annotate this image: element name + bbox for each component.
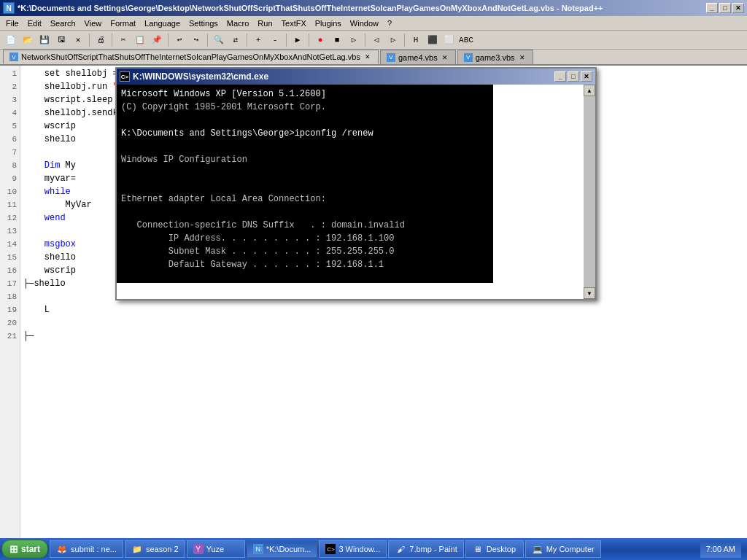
replace-button[interactable]: ⇄ bbox=[228, 32, 244, 48]
misc-btn1[interactable]: H bbox=[408, 32, 424, 48]
redo-button[interactable]: ↪ bbox=[188, 32, 204, 48]
taskbar: ⊞ start 🦊 submit : ne... 📁 season 2 Y Yu… bbox=[0, 538, 747, 560]
tab-close-game3[interactable]: ✕ bbox=[518, 54, 527, 61]
run-button[interactable]: ▶ bbox=[290, 32, 306, 48]
line-num-14: 14 bbox=[0, 238, 20, 251]
open-button[interactable]: 📂 bbox=[20, 32, 36, 48]
play-button[interactable]: ▷ bbox=[346, 32, 362, 48]
title-bar-left: N *K:\Documents and Settings\George\Desk… bbox=[3, 2, 603, 14]
new-button[interactable]: 📄 bbox=[3, 32, 19, 48]
cmd-line-8 bbox=[121, 179, 489, 192]
cmd-scrollbar[interactable]: ▲ ▼ bbox=[584, 85, 595, 299]
toolbar-sep-6 bbox=[286, 34, 287, 47]
cmd-line-4: K:\Documents and Settings\George>ipconfi… bbox=[121, 127, 489, 140]
toolbar-sep-2 bbox=[112, 34, 112, 47]
misc-btn4[interactable]: ABC bbox=[458, 32, 474, 48]
menu-run[interactable]: Run bbox=[253, 16, 276, 30]
tab-close-main[interactable]: ✕ bbox=[363, 53, 372, 61]
save-all-button[interactable]: 🖫 bbox=[53, 32, 69, 48]
menu-edit[interactable]: Edit bbox=[23, 16, 46, 30]
taskbar-label-mycomputer: My Computer bbox=[546, 545, 595, 553]
menu-plugins[interactable]: Plugins bbox=[311, 16, 346, 30]
scroll-up-button[interactable]: ▲ bbox=[584, 85, 595, 96]
taskbar-label-yuze: Yuze bbox=[206, 545, 224, 553]
line-num-7: 7 bbox=[0, 146, 20, 159]
line-num-20: 20 bbox=[0, 316, 20, 330]
code-editor[interactable]: set shellobj = CreateObject("WScript.She… bbox=[20, 66, 747, 538]
cmd-title-left: C> K:\WINDOWS\system32\cmd.exe bbox=[120, 71, 268, 82]
cut-button[interactable]: ✂ bbox=[115, 32, 131, 48]
menu-file[interactable]: File bbox=[1, 16, 23, 30]
toolbar-sep-5 bbox=[247, 34, 247, 47]
tab-icon-game3: V bbox=[464, 53, 473, 62]
line-num-8: 8 bbox=[0, 159, 20, 172]
menu-settings[interactable]: Settings bbox=[185, 16, 222, 30]
find-button[interactable]: 🔍 bbox=[211, 32, 227, 48]
cmd-minimize-button[interactable]: _ bbox=[554, 71, 566, 82]
prev-button[interactable]: ◁ bbox=[368, 32, 384, 48]
taskbar-item-season2[interactable]: 📁 season 2 bbox=[125, 540, 185, 558]
menu-language[interactable]: Language bbox=[140, 16, 185, 30]
paint-icon: 🖌 bbox=[395, 543, 406, 555]
code-line-19: L bbox=[23, 303, 744, 316]
close-button[interactable]: ✕ bbox=[732, 3, 744, 13]
line-num-5: 5 bbox=[0, 120, 20, 133]
save-button[interactable]: 💾 bbox=[36, 32, 53, 48]
start-button[interactable]: ⊞ start bbox=[1, 540, 48, 559]
line-num-4: 4 bbox=[0, 106, 20, 120]
maximize-button[interactable]: □ bbox=[719, 3, 731, 13]
stop-button[interactable]: ■ bbox=[329, 32, 345, 48]
zoom-out-button[interactable]: - bbox=[267, 32, 283, 48]
paste-button[interactable]: 📌 bbox=[149, 32, 165, 48]
scroll-track bbox=[584, 96, 595, 287]
menu-help[interactable]: ? bbox=[383, 16, 396, 30]
misc-btn3[interactable]: ⬜ bbox=[441, 32, 457, 48]
line-numbers: 1 2 3 4 5 6 7 8 9 10 11 12 13 14 15 16 1… bbox=[0, 66, 20, 538]
title-bar: N *K:\Documents and Settings\George\Desk… bbox=[0, 0, 747, 16]
tab-main-file[interactable]: V NetworkShutOffScriptThatShutsOffTheInt… bbox=[3, 50, 379, 64]
folder-icon: 📁 bbox=[131, 543, 143, 555]
menu-search[interactable]: Search bbox=[46, 16, 80, 30]
taskbar-item-notepadpp[interactable]: N *K:\Docum... bbox=[247, 540, 318, 558]
undo-button[interactable]: ↩ bbox=[171, 32, 187, 48]
menu-window[interactable]: Window bbox=[346, 16, 383, 30]
menu-view[interactable]: View bbox=[80, 16, 107, 30]
tab-close-game4[interactable]: ✕ bbox=[441, 54, 449, 61]
menu-textfx[interactable]: TextFX bbox=[277, 16, 311, 30]
next-button[interactable]: ▷ bbox=[385, 32, 401, 48]
tab-game4[interactable]: V game4.vbs ✕ bbox=[380, 50, 456, 64]
toolbar: 📄 📂 💾 🖫 ✕ 🖨 ✂ 📋 📌 ↩ ↪ 🔍 ⇄ + - ▶ ● ■ ▷ ◁ … bbox=[0, 31, 747, 50]
line-num-9: 9 bbox=[0, 172, 20, 185]
menu-macro[interactable]: Macro bbox=[222, 16, 254, 30]
toolbar-sep-4 bbox=[207, 34, 208, 47]
taskbar-label-season2: season 2 bbox=[146, 545, 179, 553]
minimize-button[interactable]: _ bbox=[706, 3, 718, 13]
cmd-maximize-button[interactable]: □ bbox=[568, 71, 579, 82]
cmd-controls: _ □ ✕ bbox=[554, 71, 592, 82]
taskbar-item-desktop[interactable]: 🖥 Desktop bbox=[465, 540, 524, 558]
misc-btn2[interactable]: ⬛ bbox=[425, 32, 441, 48]
code-line-20 bbox=[23, 316, 744, 330]
close-button[interactable]: ✕ bbox=[70, 32, 86, 48]
menu-format[interactable]: Format bbox=[106, 16, 140, 30]
zoom-in-button[interactable]: + bbox=[250, 32, 266, 48]
editor-area[interactable]: 1 2 3 4 5 6 7 8 9 10 11 12 13 14 15 16 1… bbox=[0, 66, 747, 538]
cmd-close-button[interactable]: ✕ bbox=[581, 71, 592, 82]
cmd-line-1: Microsoft Windows XP [Version 5.1.2600] bbox=[121, 88, 489, 101]
taskbar-label-cmd: 3 Window... bbox=[338, 545, 380, 553]
taskbar-item-mycomputer[interactable]: 💻 My Computer bbox=[525, 540, 601, 558]
line-num-15: 15 bbox=[0, 251, 20, 264]
cmd-window[interactable]: C> K:\WINDOWS\system32\cmd.exe _ □ ✕ Mic… bbox=[115, 67, 597, 300]
tab-game3[interactable]: V game3.vbs ✕ bbox=[457, 50, 533, 64]
cmd-line-3 bbox=[121, 114, 489, 127]
taskbar-item-firefox[interactable]: 🦊 submit : ne... bbox=[50, 540, 123, 558]
taskbar-item-cmd[interactable]: C> 3 Window... bbox=[319, 540, 387, 558]
copy-button[interactable]: 📋 bbox=[132, 32, 148, 48]
cmd-taskbar-icon: C> bbox=[325, 544, 336, 554]
taskbar-item-paint[interactable]: 🖌 7.bmp - Paint bbox=[388, 540, 463, 558]
scroll-down-button[interactable]: ▼ bbox=[584, 287, 595, 299]
print-button[interactable]: 🖨 bbox=[93, 32, 109, 48]
tab-icon-main: V bbox=[9, 52, 18, 61]
record-button[interactable]: ● bbox=[312, 32, 328, 48]
taskbar-item-yuze[interactable]: Y Yuze bbox=[187, 540, 245, 558]
